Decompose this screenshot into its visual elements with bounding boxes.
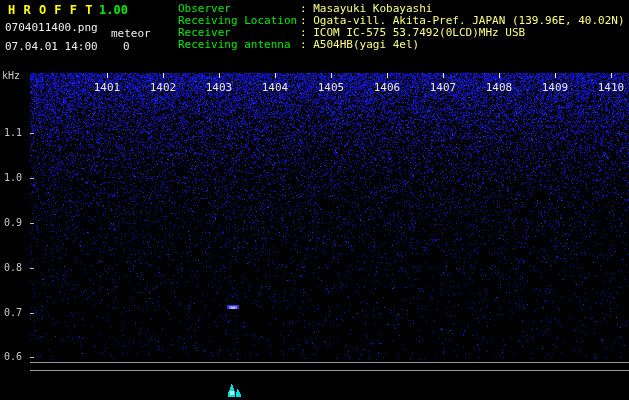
info-label: Receiving antenna bbox=[178, 39, 300, 51]
mode-label: meteor bbox=[111, 27, 151, 40]
output-filename: 0704011400.png bbox=[5, 21, 98, 34]
freq-unit-label: kHz bbox=[2, 70, 20, 81]
timestamp: 07.04.01 14:00 bbox=[5, 40, 98, 53]
station-info: Observer: Masayuki Kobayashi Receiving L… bbox=[178, 3, 625, 51]
freq-tick-label: 0.7 bbox=[0, 307, 22, 319]
time-tick-label: 1406 bbox=[371, 81, 403, 94]
time-tick-label: 1404 bbox=[259, 81, 291, 94]
time-tick-label: 1407 bbox=[427, 81, 459, 94]
time-tick-label: 1408 bbox=[483, 81, 515, 94]
time-tick-label: 1402 bbox=[147, 81, 179, 94]
info-row-antenna: Receiving antenna: A504HB(yagi 4el) bbox=[178, 39, 625, 51]
info-value: : A504HB(yagi 4el) bbox=[300, 38, 419, 51]
time-tick-label: 1401 bbox=[91, 81, 123, 94]
time-tick-label: 1409 bbox=[539, 81, 571, 94]
freq-tick-label: 0.9 bbox=[0, 217, 22, 229]
app-version: 1.00 bbox=[99, 3, 128, 17]
freq-tick-label: 0.6 bbox=[0, 351, 22, 363]
hrofft-window: H R O F F T 1.00 0704011400.png meteor 0… bbox=[0, 0, 629, 400]
freq-tick-label: 0.8 bbox=[0, 262, 22, 274]
echo-count: 0 bbox=[123, 40, 130, 53]
spectrogram-canvas bbox=[0, 0, 629, 400]
time-tick-label: 1403 bbox=[203, 81, 235, 94]
app-title: H R O F F T bbox=[8, 3, 93, 17]
time-tick-label: 1410 bbox=[595, 81, 627, 94]
freq-tick-label: 1.0 bbox=[0, 172, 22, 184]
time-tick-label: 1405 bbox=[315, 81, 347, 94]
freq-tick-label: 1.1 bbox=[0, 127, 22, 139]
